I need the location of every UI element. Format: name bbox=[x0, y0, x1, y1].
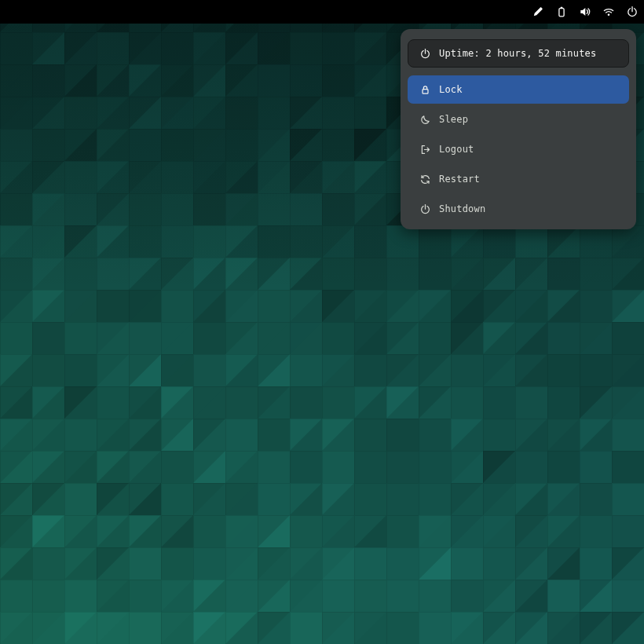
uptime-label: Uptime: 2 hours, 52 minutes bbox=[439, 48, 596, 59]
lock-icon bbox=[419, 84, 431, 96]
power-icon bbox=[419, 48, 431, 60]
menu-item-label: Sleep bbox=[439, 114, 468, 125]
moon-icon bbox=[419, 114, 431, 126]
logout-icon bbox=[419, 144, 431, 156]
menu-item-label: Logout bbox=[439, 144, 474, 155]
wifi-icon[interactable] bbox=[602, 5, 615, 18]
menu-item-sleep[interactable]: Sleep bbox=[408, 105, 629, 134]
menu-item-lock[interactable]: Lock bbox=[408, 75, 629, 104]
menu-item-label: Shutdown bbox=[439, 203, 485, 214]
battery-icon[interactable] bbox=[555, 5, 568, 18]
desktop: Uptime: 2 hours, 52 minutes Lock Sleep L… bbox=[0, 0, 644, 644]
restart-icon bbox=[419, 174, 431, 185]
power-icon bbox=[419, 203, 431, 215]
uptime-button[interactable]: Uptime: 2 hours, 52 minutes bbox=[408, 39, 629, 68]
top-status-bar bbox=[0, 0, 644, 24]
menu-item-logout[interactable]: Logout bbox=[408, 135, 629, 163]
power-menu-popover: Uptime: 2 hours, 52 minutes Lock Sleep L… bbox=[401, 29, 636, 229]
menu-item-label: Lock bbox=[439, 84, 463, 95]
status-icon-tray bbox=[532, 5, 644, 18]
volume-icon[interactable] bbox=[579, 5, 591, 18]
menu-item-restart[interactable]: Restart bbox=[408, 165, 629, 193]
edit-icon[interactable] bbox=[532, 5, 544, 18]
menu-item-label: Restart bbox=[439, 174, 480, 185]
menu-item-shutdown[interactable]: Shutdown bbox=[408, 195, 629, 223]
power-icon[interactable] bbox=[626, 5, 639, 18]
